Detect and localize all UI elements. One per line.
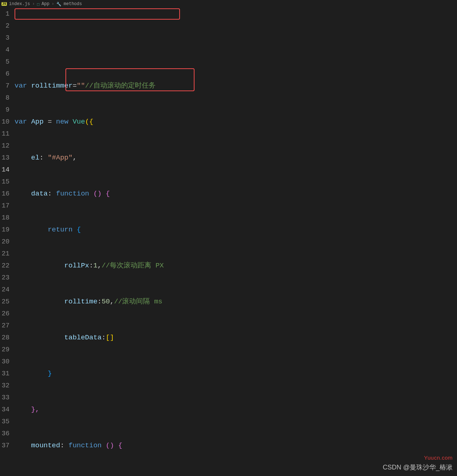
- code-line: tableData:[]: [15, 332, 457, 344]
- line-number: 27: [0, 320, 9, 332]
- code-line: var App = new Vue({: [15, 116, 457, 128]
- line-number: 2: [0, 20, 9, 32]
- code-line: rollPx:1,//每次滚动距离 PX: [15, 260, 457, 272]
- line-number: 10: [0, 116, 9, 128]
- breadcrumb-obj[interactable]: App: [41, 1, 49, 7]
- line-number: 36: [0, 428, 9, 440]
- line-number: 16: [0, 188, 9, 200]
- line-number: 32: [0, 380, 9, 392]
- line-number: 13: [0, 152, 9, 164]
- code-line: data: function () {: [15, 188, 457, 200]
- line-number: 9: [0, 104, 9, 116]
- code-line: el: "#App",: [15, 152, 457, 164]
- code-area[interactable]: var rolltimmer=""//自动滚动的定时任务 var App = n…: [15, 8, 457, 476]
- code-line: return {: [15, 224, 457, 236]
- line-number: 25: [0, 296, 9, 308]
- symbol-class-icon: ⬚: [37, 2, 40, 7]
- line-number: 11: [0, 128, 9, 140]
- line-number: 1: [0, 8, 9, 20]
- code-line: }: [15, 368, 457, 380]
- breadcrumb-member[interactable]: methods: [64, 1, 82, 7]
- line-number: 35: [0, 416, 9, 428]
- line-number: 30: [0, 356, 9, 368]
- watermark-author: CSDN @曼珠沙华_椿湫: [383, 463, 453, 472]
- line-number: 33: [0, 392, 9, 404]
- line-number: 12: [0, 140, 9, 152]
- watermark-site: Yuucn.com: [424, 455, 453, 461]
- line-number: 24: [0, 284, 9, 296]
- code-line: },: [15, 404, 457, 416]
- line-number: 20: [0, 236, 9, 248]
- line-number: 26: [0, 308, 9, 320]
- line-number: 7: [0, 80, 9, 92]
- code-line: rolltime:50,//滚动间隔 ms: [15, 296, 457, 308]
- js-file-icon: JS: [1, 2, 7, 6]
- line-number: 5: [0, 56, 9, 68]
- line-number: 28: [0, 332, 9, 344]
- line-number: 4: [0, 44, 9, 56]
- line-number: 29: [0, 344, 9, 356]
- line-number: 37: [0, 440, 9, 452]
- line-number: 31: [0, 368, 9, 380]
- line-number: 23: [0, 272, 9, 284]
- highlight-box-1: [15, 8, 180, 20]
- line-number: 14: [0, 164, 9, 176]
- line-number-gutter: 1234567891011121314151617181920212223242…: [0, 8, 15, 476]
- line-number: 34: [0, 404, 9, 416]
- code-line: var rolltimmer=""//自动滚动的定时任务: [15, 80, 457, 92]
- line-number: 22: [0, 260, 9, 272]
- line-number: 21: [0, 248, 9, 260]
- code-editor[interactable]: 1234567891011121314151617181920212223242…: [0, 8, 457, 476]
- chevron-right-icon: ›: [52, 1, 54, 7]
- line-number: 15: [0, 176, 9, 188]
- line-number: 3: [0, 32, 9, 44]
- chevron-right-icon: ›: [32, 1, 35, 7]
- line-number: 17: [0, 200, 9, 212]
- line-number: 19: [0, 224, 9, 236]
- code-line: mounted: function () {: [15, 440, 457, 452]
- line-number: 6: [0, 68, 9, 80]
- wrench-icon: 🔧: [56, 2, 61, 7]
- line-number: 18: [0, 212, 9, 224]
- breadcrumb: JS index.js › ⬚ App › 🔧 methods: [0, 0, 457, 8]
- line-number: 8: [0, 92, 9, 104]
- breadcrumb-file[interactable]: index.js: [9, 1, 30, 7]
